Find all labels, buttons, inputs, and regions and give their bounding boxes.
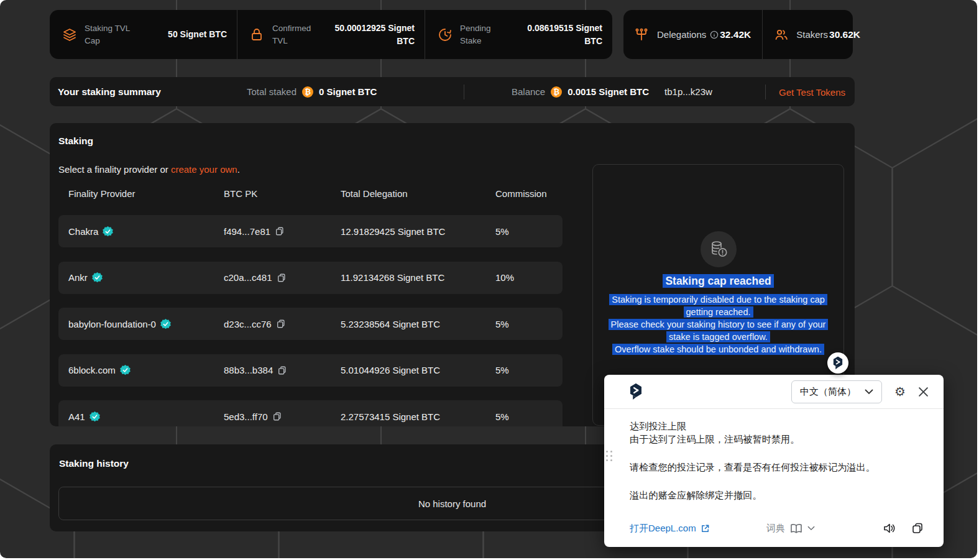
provider-delegation: 11.92134268 Signet BTC: [341, 272, 495, 283]
verified-badge-icon: [92, 272, 103, 283]
stat-label: Staking TVL Cap: [85, 22, 138, 47]
copy-icon[interactable]: [277, 365, 287, 375]
balance-label: Balance: [512, 86, 545, 97]
table-row[interactable]: 6block.com88b3...b3845.01044926 Signet B…: [58, 354, 563, 387]
stat-delegations: Delegations 32.42K: [623, 10, 762, 59]
cap-title-text: Staking cap reached: [663, 274, 773, 288]
get-test-tokens-link[interactable]: Get Test Tokens: [779, 86, 845, 97]
external-link-icon: [701, 524, 710, 533]
stat-label: Confirmed TVL: [272, 22, 322, 47]
coins-alert-icon: [701, 231, 737, 267]
selected-language: 中文（简体）: [800, 386, 856, 398]
book-icon: [790, 523, 802, 534]
cap-panel-lines: Staking is temporarily disabled due to t…: [597, 293, 840, 356]
total-staked-value: 0 Signet BTC: [319, 86, 377, 97]
table-row[interactable]: Ankrc20a...c48111.92134268 Signet BTC10%: [58, 262, 563, 294]
provider-commission: 5%: [495, 411, 553, 422]
stat-pending-stake: Pending Stake 0.08619515 Signet BTC: [425, 10, 612, 59]
bitcoin-icon: ₿: [551, 86, 562, 98]
cap-panel-line: getting reached.: [597, 306, 840, 318]
divider: [464, 85, 464, 99]
divider: [765, 85, 766, 99]
copy-icon[interactable]: [275, 226, 285, 236]
cap-panel-line: stake is tagged overflow.: [597, 331, 840, 343]
stat-stakers: Stakers 30.62K: [762, 10, 871, 59]
network-stats-card: Staking TVL Cap 50 Signet BTC Confirmed …: [50, 10, 612, 59]
get-test-tokens-group: Get Test Tokens: [779, 86, 845, 97]
paragraph-gap: [630, 446, 921, 461]
chevron-down-icon: [865, 389, 873, 395]
settings-gear-icon[interactable]: ⚙: [894, 385, 906, 398]
provider-commission: 5%: [495, 319, 553, 329]
info-icon[interactable]: [710, 30, 719, 39]
stat-label: Stakers: [796, 29, 828, 40]
lock-icon: [250, 27, 265, 42]
bitcoin-icon: ₿: [302, 86, 313, 98]
table-row[interactable]: A415ed3...ff702.27573415 Signet BTC5%: [58, 400, 563, 426]
copy-icon[interactable]: [272, 411, 282, 421]
copy-icon[interactable]: [911, 522, 924, 535]
close-icon[interactable]: [918, 387, 929, 397]
balance-group: Balance ₿ 0.0015 Signet BTC tb1p...k23w: [512, 86, 712, 98]
deepl-popup: 中文（简体） ⚙ 达到投注上限由于达到了注码上限，注码被暂时禁用。请检查您的投注…: [604, 375, 944, 547]
stat-confirmed-tvl: Confirmed TVL 50.00012925 Signet BTC: [237, 10, 425, 59]
deepl-translation: 达到投注上限由于达到了注码上限，注码被暂时禁用。请检查您的投注记录，查看是否有任…: [630, 420, 921, 502]
table-row[interactable]: babylon-foundation-0d23c...cc765.2323856…: [58, 308, 563, 340]
total-staked-group: Total staked ₿ 0 Signet BTC: [247, 86, 377, 98]
stat-value: 0.08619515 Signet BTC: [524, 22, 602, 48]
cap-panel-line: Please check your staking history to see…: [597, 318, 840, 331]
deepl-translation-line: 达到投注上限: [630, 420, 921, 433]
summary-title: Your staking summary: [58, 86, 161, 98]
no-history-text: No history found: [418, 498, 486, 509]
provider-pk: c20a...c481: [224, 272, 341, 283]
wallet-address[interactable]: tb1p...k23w: [664, 86, 712, 97]
stat-staking-tvl-cap: Staking TVL Cap 50 Signet BTC: [50, 10, 237, 59]
provider-delegation: 12.91829425 Signet BTC: [341, 226, 495, 237]
provider-delegation: 2.27573415 Signet BTC: [341, 411, 495, 422]
dictionary-button[interactable]: 词典: [766, 523, 815, 535]
cap-panel-line: Staking is temporarily disabled due to t…: [597, 293, 840, 306]
subtitle-text: Select a finality provider or: [58, 164, 171, 175]
layers-icon: [62, 27, 77, 42]
create-your-own-link[interactable]: create your own: [171, 164, 237, 175]
staking-summary-bar: Your staking summary Total staked ₿ 0 Si…: [50, 77, 855, 106]
provider-name: Chakra: [68, 226, 224, 237]
column-header-btc-pk: BTC PK: [224, 188, 257, 199]
participation-stats-card: Delegations 32.42K Stakers 30.62K: [623, 10, 853, 59]
open-deepl-label: 打开DeepL.com: [630, 523, 696, 535]
language-selector[interactable]: 中文（简体）: [791, 380, 882, 403]
provider-commission: 10%: [495, 272, 553, 283]
drag-handle[interactable]: [606, 451, 612, 461]
column-header-total-delegation: Total Delegation: [341, 188, 408, 199]
dictionary-label: 词典: [766, 523, 785, 535]
speaker-icon[interactable]: [883, 522, 896, 535]
subtitle-period: .: [237, 164, 240, 175]
deepl-translation-line: 由于达到了注码上限，注码被暂时禁用。: [630, 433, 921, 446]
open-deepl-link[interactable]: 打开DeepL.com: [630, 523, 710, 535]
deepl-popup-footer: 打开DeepL.com 词典: [630, 522, 924, 535]
copy-icon[interactable]: [277, 273, 287, 283]
provider-name: babylon-foundation-0: [68, 319, 224, 329]
provider-name: A41: [68, 411, 224, 422]
staking-subtitle: Select a finality provider or create you…: [58, 164, 240, 175]
table-row[interactable]: Chakraf494...7e8112.91829425 Signet BTC5…: [58, 215, 563, 247]
column-header-finality-provider: Finality Provider: [68, 188, 136, 199]
cap-panel-title: Staking cap reached: [593, 275, 843, 288]
cap-panel-line: Overflow stake should be unbonded and wi…: [597, 343, 840, 356]
delegations-icon: [635, 27, 650, 42]
stat-label: Delegations: [657, 29, 706, 40]
provider-name: 6block.com: [68, 365, 224, 375]
deepl-translation-line: 请检查您的投注记录，查看是否有任何投注被标记为溢出。: [630, 461, 921, 474]
column-header-commission: Commission: [495, 188, 547, 199]
copy-icon[interactable]: [276, 319, 286, 329]
provider-delegation: 5.01044926 Signet BTC: [341, 365, 495, 375]
provider-delegation: 5.23238564 Signet BTC: [341, 319, 495, 329]
staking-title: Staking: [58, 135, 93, 147]
verified-badge-icon: [120, 365, 131, 375]
deepl-logo-icon: [832, 356, 844, 370]
paragraph-gap: [630, 474, 921, 489]
provider-pk: f494...7e81: [224, 226, 341, 237]
provider-name: Ankr: [68, 272, 224, 283]
provider-pk: d23c...cc76: [224, 319, 341, 329]
deepl-fab-button[interactable]: [827, 352, 848, 374]
